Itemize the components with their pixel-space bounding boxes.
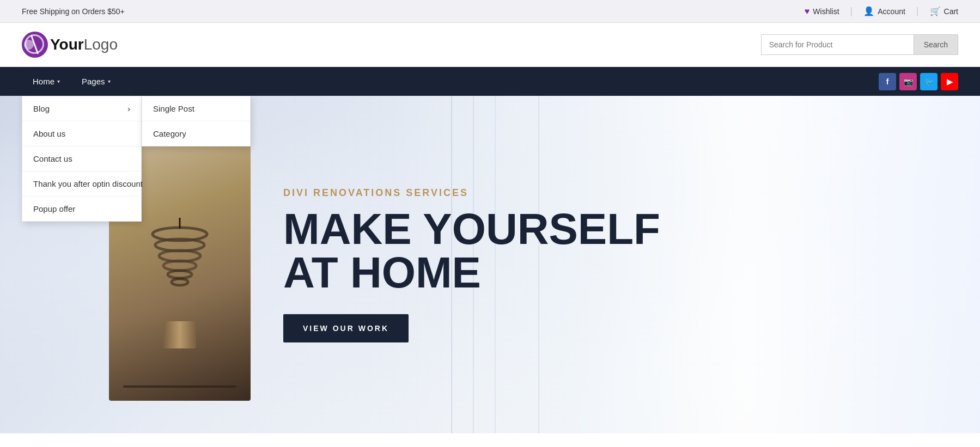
top-bar-actions: ♥ Wishlist | 👤 Account | 🛒 Cart	[805, 5, 958, 17]
logo-text: YourLogo	[50, 36, 118, 53]
person-icon: 👤	[863, 6, 874, 16]
nav-item-home[interactable]: Home ▾	[22, 67, 71, 96]
dropdown-contact-label: Contact us	[33, 154, 72, 163]
logo-light: Logo	[84, 36, 118, 53]
nav-pages-label: Pages	[82, 77, 105, 86]
nav-item-pages[interactable]: Pages ▾	[71, 67, 121, 96]
sub-category-label: Category	[153, 129, 186, 138]
top-bar: Free Shipping on Orders $50+ ♥ Wishlist …	[0, 0, 980, 23]
hero-content: DIVI RENOVATIONS SERVICES MAKE YOURSELF …	[283, 187, 660, 342]
hero-title: MAKE YOURSELF AT HOME	[283, 207, 660, 295]
logo-icon	[22, 32, 48, 58]
shipping-notice: Free Shipping on Orders $50+	[22, 7, 125, 16]
chevron-right-icon: ›	[127, 104, 130, 113]
account-label: Account	[878, 7, 905, 16]
divider-1: |	[850, 5, 853, 17]
chevron-down-icon-pages: ▾	[108, 78, 111, 84]
dropdown-thankyou-label: Thank you after optin discount	[33, 179, 143, 188]
nav-items: Home ▾ Pages ▾	[22, 67, 121, 96]
chevron-down-icon: ▾	[57, 78, 60, 84]
site-header: YourLogo Search	[0, 23, 980, 67]
dropdown-about-label: About us	[33, 129, 65, 138]
dropdown-item-about[interactable]: About us	[22, 121, 141, 146]
main-nav: Home ▾ Pages ▾ f 📷 🐦 ▶ Blog › About us C…	[0, 67, 980, 96]
dropdown-item-blog[interactable]: Blog ›	[22, 96, 141, 121]
hero-title-line2: AT HOME	[283, 251, 660, 295]
svg-point-4	[168, 271, 192, 278]
pages-dropdown: Blog › About us Contact us Thank you aft…	[22, 96, 251, 222]
hero-subtitle: DIVI RENOVATIONS SERVICES	[283, 187, 660, 199]
search-button[interactable]: Search	[914, 34, 958, 55]
sub-single-post-label: Single Post	[153, 104, 194, 113]
twitter-icon[interactable]: 🐦	[920, 73, 938, 90]
dropdown-popup-label: Popup offer	[33, 204, 75, 213]
wishlist-link[interactable]: ♥ Wishlist	[805, 7, 839, 16]
dropdown-item-single-post[interactable]: Single Post	[142, 96, 250, 121]
cart-icon: 🛒	[930, 6, 941, 16]
logo-bold: Your	[50, 36, 84, 53]
facebook-icon[interactable]: f	[879, 73, 896, 90]
cart-label: Cart	[944, 7, 958, 16]
search-area: Search	[761, 34, 958, 55]
dropdown-item-contact[interactable]: Contact us	[22, 146, 141, 172]
cart-link[interactable]: 🛒 Cart	[930, 6, 958, 16]
nav-home-label: Home	[33, 77, 54, 86]
divider-2: |	[916, 5, 919, 17]
heart-icon: ♥	[805, 7, 810, 16]
svg-point-5	[172, 279, 188, 285]
pages-dropdown-main: Blog › About us Contact us Thank you aft…	[22, 96, 142, 222]
logo[interactable]: YourLogo	[22, 32, 118, 58]
hero-title-line1: MAKE YOURSELF	[283, 207, 660, 251]
blog-sub-dropdown: Single Post Category	[142, 96, 251, 146]
instagram-icon[interactable]: 📷	[899, 73, 917, 90]
dropdown-item-thankyou[interactable]: Thank you after optin discount	[22, 172, 141, 197]
social-icons: f 📷 🐦 ▶	[879, 73, 958, 90]
wishlist-label: Wishlist	[813, 7, 839, 16]
dropdown-item-popup[interactable]: Popup offer	[22, 197, 141, 221]
search-input[interactable]	[761, 34, 914, 55]
account-link[interactable]: 👤 Account	[863, 6, 905, 16]
hero-cta-button[interactable]: VIEW OUR WORK	[283, 314, 409, 342]
youtube-icon[interactable]: ▶	[941, 73, 958, 90]
dropdown-item-category[interactable]: Category	[142, 121, 250, 146]
dropdown-blog-label: Blog	[33, 104, 50, 113]
